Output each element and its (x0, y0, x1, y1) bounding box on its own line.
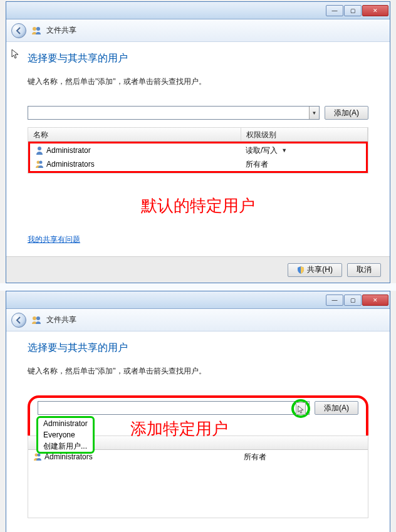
background-strip (0, 283, 396, 291)
user-input[interactable] (28, 107, 309, 119)
close-button[interactable]: ✕ (362, 295, 388, 306)
svg-point-5 (33, 316, 36, 320)
close-button[interactable]: ✕ (362, 5, 388, 16)
shield-icon (297, 266, 305, 274)
user-combo-box[interactable]: ▼ (28, 106, 320, 120)
permission-value: 所有者 (244, 452, 266, 462)
description-text: 键入名称，然后单击"添加"，或者单击箭头查找用户。 (28, 366, 368, 377)
file-sharing-dialog-2: — ▢ ✕ 文件共享 选择要与其共享的用户 键入名称，然后单击"添加"，或者单击… (6, 291, 390, 532)
add-button[interactable]: 添加(A) (315, 401, 358, 415)
svg-point-4 (39, 161, 43, 164)
dialog-content: 选择要与其共享的用户 键入名称，然后单击"添加"，或者单击箭头查找用户。 ▼ 添… (6, 42, 390, 256)
permission-value: 读取/写入 (246, 145, 278, 156)
back-button[interactable] (11, 313, 26, 328)
svg-point-8 (38, 454, 41, 457)
annotation-green-oval (291, 399, 310, 418)
dropdown-item[interactable]: Administrator (39, 418, 91, 429)
dropdown-item[interactable]: Everyone (39, 429, 91, 441)
section-heading: 选择要与其共享的用户 (28, 342, 368, 355)
group-icon (33, 452, 42, 461)
help-link[interactable]: 我的共享有问题 (28, 235, 80, 244)
minimize-button[interactable]: — (326, 5, 343, 16)
group-icon (35, 160, 44, 169)
maximize-button[interactable]: ▢ (344, 295, 362, 306)
annotation-red-box: Administrator 读取/写入 ▼ Administrators 所有者 (28, 142, 368, 173)
titlebar: — ▢ ✕ (6, 291, 390, 309)
column-header-permission[interactable]: 权限级别 (241, 128, 368, 141)
user-combo-box[interactable]: Administrator Everyone 创建新用户... (38, 401, 310, 415)
table-row[interactable]: Administrator 读取/写入 ▼ (30, 143, 366, 157)
annotation-text: 添加特定用户 (130, 418, 228, 440)
user-name: Administrators (46, 160, 95, 169)
table-row[interactable]: Administrators 所有者 (30, 157, 366, 171)
share-button[interactable]: 共享(H) (288, 263, 342, 277)
dialog-footer: 共享(H) 取消 (6, 256, 390, 283)
dialog-content: 选择要与其共享的用户 键入名称，然后单击"添加"，或者单击箭头查找用户。 Adm… (6, 331, 390, 532)
user-name: Administrators (44, 452, 93, 461)
user-icon (35, 146, 44, 155)
cancel-button[interactable]: 取消 (347, 263, 381, 277)
maximize-button[interactable]: ▢ (344, 5, 362, 16)
dialog-header: 文件共享 (6, 19, 390, 42)
dropdown-list: Administrator Everyone 创建新用户... (36, 416, 95, 454)
dialog-header: 文件共享 (6, 309, 390, 331)
people-icon (31, 315, 41, 325)
arrow-left-icon (14, 26, 24, 36)
user-input[interactable] (38, 402, 309, 414)
users-table: 名称 权限级别 Administrator 读取/写入 ▼ (28, 127, 368, 174)
svg-point-6 (36, 316, 40, 320)
section-heading: 选择要与其共享的用户 (28, 52, 368, 65)
permission-value: 所有者 (246, 159, 268, 170)
column-header-name[interactable]: 名称 (28, 128, 241, 141)
minimize-button[interactable]: — (326, 295, 343, 306)
back-button[interactable] (11, 23, 26, 38)
file-sharing-dialog-1: — ▢ ✕ 文件共享 选择要与其共享的用户 键入名称，然后单击"添加"，或者单击… (6, 1, 390, 283)
dropdown-button[interactable] (296, 402, 306, 415)
annotation-text: 默认的特定用户 (28, 179, 368, 233)
people-icon (31, 26, 41, 36)
user-name: Administrator (46, 146, 91, 155)
dialog-title: 文件共享 (46, 25, 76, 36)
dropdown-button[interactable]: ▼ (309, 107, 319, 119)
add-button[interactable]: 添加(A) (325, 106, 368, 120)
titlebar: — ▢ ✕ (6, 2, 390, 19)
dropdown-item[interactable]: 创建新用户... (39, 441, 91, 452)
dialog-title: 文件共享 (46, 315, 76, 325)
chevron-down-icon[interactable]: ▼ (281, 147, 287, 154)
svg-point-2 (38, 147, 41, 150)
svg-point-1 (36, 27, 40, 31)
svg-point-0 (33, 27, 36, 31)
cursor-pointer-icon (298, 405, 306, 414)
arrow-left-icon (14, 315, 24, 325)
description-text: 键入名称，然后单击"添加"，或者单击箭头查找用户。 (28, 76, 368, 87)
